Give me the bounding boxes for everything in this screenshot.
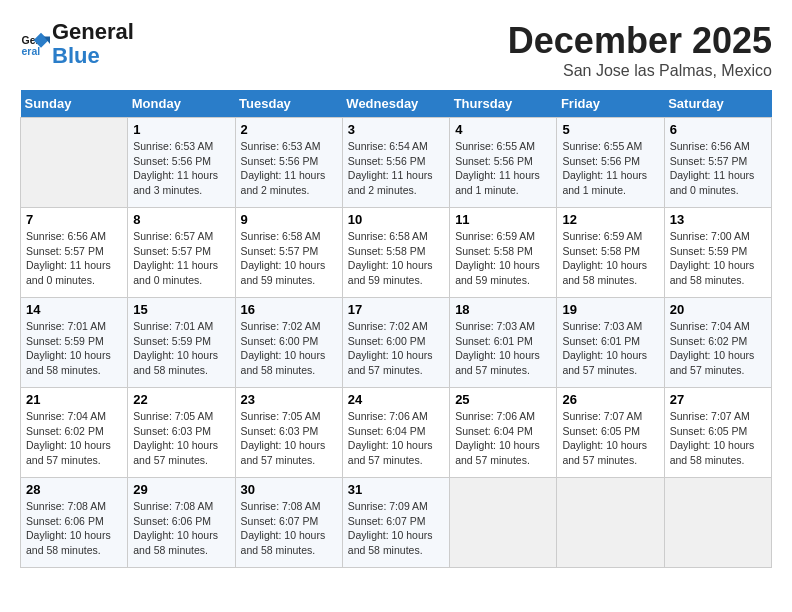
day-cell: 28Sunrise: 7:08 AM Sunset: 6:06 PM Dayli… [21,478,128,568]
day-info: Sunrise: 7:02 AM Sunset: 6:00 PM Dayligh… [348,319,444,378]
day-info: Sunrise: 6:53 AM Sunset: 5:56 PM Dayligh… [133,139,229,198]
weekday-sunday: Sunday [21,90,128,118]
day-number: 26 [562,392,658,407]
day-info: Sunrise: 7:06 AM Sunset: 6:04 PM Dayligh… [348,409,444,468]
day-info: Sunrise: 6:58 AM Sunset: 5:58 PM Dayligh… [348,229,444,288]
day-info: Sunrise: 7:07 AM Sunset: 6:05 PM Dayligh… [562,409,658,468]
day-info: Sunrise: 7:04 AM Sunset: 6:02 PM Dayligh… [670,319,766,378]
day-info: Sunrise: 7:00 AM Sunset: 5:59 PM Dayligh… [670,229,766,288]
day-cell: 3Sunrise: 6:54 AM Sunset: 5:56 PM Daylig… [342,118,449,208]
day-number: 16 [241,302,337,317]
day-cell: 31Sunrise: 7:09 AM Sunset: 6:07 PM Dayli… [342,478,449,568]
day-info: Sunrise: 7:08 AM Sunset: 6:06 PM Dayligh… [26,499,122,558]
weekday-thursday: Thursday [450,90,557,118]
day-cell: 10Sunrise: 6:58 AM Sunset: 5:58 PM Dayli… [342,208,449,298]
day-number: 27 [670,392,766,407]
day-number: 23 [241,392,337,407]
month-title: December 2025 [508,20,772,62]
day-cell: 19Sunrise: 7:03 AM Sunset: 6:01 PM Dayli… [557,298,664,388]
weekday-saturday: Saturday [664,90,771,118]
day-cell: 6Sunrise: 6:56 AM Sunset: 5:57 PM Daylig… [664,118,771,208]
day-number: 25 [455,392,551,407]
day-number: 4 [455,122,551,137]
day-cell: 16Sunrise: 7:02 AM Sunset: 6:00 PM Dayli… [235,298,342,388]
day-number: 18 [455,302,551,317]
weekday-friday: Friday [557,90,664,118]
weekday-monday: Monday [128,90,235,118]
day-cell: 30Sunrise: 7:08 AM Sunset: 6:07 PM Dayli… [235,478,342,568]
day-number: 8 [133,212,229,227]
day-number: 10 [348,212,444,227]
weekday-wednesday: Wednesday [342,90,449,118]
day-cell: 27Sunrise: 7:07 AM Sunset: 6:05 PM Dayli… [664,388,771,478]
day-cell: 17Sunrise: 7:02 AM Sunset: 6:00 PM Dayli… [342,298,449,388]
day-info: Sunrise: 6:55 AM Sunset: 5:56 PM Dayligh… [455,139,551,198]
day-info: Sunrise: 7:05 AM Sunset: 6:03 PM Dayligh… [133,409,229,468]
weekday-header-row: SundayMondayTuesdayWednesdayThursdayFrid… [21,90,772,118]
day-info: Sunrise: 7:02 AM Sunset: 6:00 PM Dayligh… [241,319,337,378]
day-info: Sunrise: 6:55 AM Sunset: 5:56 PM Dayligh… [562,139,658,198]
day-info: Sunrise: 7:03 AM Sunset: 6:01 PM Dayligh… [562,319,658,378]
day-cell [557,478,664,568]
day-cell: 25Sunrise: 7:06 AM Sunset: 6:04 PM Dayli… [450,388,557,478]
day-number: 30 [241,482,337,497]
day-cell: 18Sunrise: 7:03 AM Sunset: 6:01 PM Dayli… [450,298,557,388]
page-header: Gen eral General Blue December 2025 San … [20,20,772,80]
day-info: Sunrise: 6:58 AM Sunset: 5:57 PM Dayligh… [241,229,337,288]
day-number: 6 [670,122,766,137]
day-number: 28 [26,482,122,497]
day-info: Sunrise: 6:56 AM Sunset: 5:57 PM Dayligh… [670,139,766,198]
day-info: Sunrise: 7:09 AM Sunset: 6:07 PM Dayligh… [348,499,444,558]
day-number: 15 [133,302,229,317]
day-number: 20 [670,302,766,317]
calendar-table: SundayMondayTuesdayWednesdayThursdayFrid… [20,90,772,568]
day-number: 17 [348,302,444,317]
logo: Gen eral General Blue [20,20,134,68]
day-number: 29 [133,482,229,497]
day-info: Sunrise: 6:53 AM Sunset: 5:56 PM Dayligh… [241,139,337,198]
day-cell: 21Sunrise: 7:04 AM Sunset: 6:02 PM Dayli… [21,388,128,478]
day-info: Sunrise: 7:08 AM Sunset: 6:07 PM Dayligh… [241,499,337,558]
week-row-5: 28Sunrise: 7:08 AM Sunset: 6:06 PM Dayli… [21,478,772,568]
title-block: December 2025 San Jose las Palmas, Mexic… [508,20,772,80]
day-cell: 14Sunrise: 7:01 AM Sunset: 5:59 PM Dayli… [21,298,128,388]
day-number: 21 [26,392,122,407]
day-number: 7 [26,212,122,227]
day-cell [21,118,128,208]
day-number: 24 [348,392,444,407]
day-info: Sunrise: 7:04 AM Sunset: 6:02 PM Dayligh… [26,409,122,468]
week-row-2: 7Sunrise: 6:56 AM Sunset: 5:57 PM Daylig… [21,208,772,298]
day-info: Sunrise: 6:56 AM Sunset: 5:57 PM Dayligh… [26,229,122,288]
day-cell: 24Sunrise: 7:06 AM Sunset: 6:04 PM Dayli… [342,388,449,478]
day-cell: 20Sunrise: 7:04 AM Sunset: 6:02 PM Dayli… [664,298,771,388]
day-number: 19 [562,302,658,317]
day-number: 5 [562,122,658,137]
day-cell: 7Sunrise: 6:56 AM Sunset: 5:57 PM Daylig… [21,208,128,298]
day-cell: 5Sunrise: 6:55 AM Sunset: 5:56 PM Daylig… [557,118,664,208]
day-info: Sunrise: 7:06 AM Sunset: 6:04 PM Dayligh… [455,409,551,468]
week-row-4: 21Sunrise: 7:04 AM Sunset: 6:02 PM Dayli… [21,388,772,478]
day-info: Sunrise: 6:59 AM Sunset: 5:58 PM Dayligh… [455,229,551,288]
logo-icon: Gen eral [20,29,50,59]
day-info: Sunrise: 7:08 AM Sunset: 6:06 PM Dayligh… [133,499,229,558]
day-number: 22 [133,392,229,407]
day-cell: 9Sunrise: 6:58 AM Sunset: 5:57 PM Daylig… [235,208,342,298]
svg-text:eral: eral [22,45,41,57]
day-info: Sunrise: 7:03 AM Sunset: 6:01 PM Dayligh… [455,319,551,378]
day-number: 1 [133,122,229,137]
week-row-3: 14Sunrise: 7:01 AM Sunset: 5:59 PM Dayli… [21,298,772,388]
day-number: 13 [670,212,766,227]
day-info: Sunrise: 7:01 AM Sunset: 5:59 PM Dayligh… [133,319,229,378]
day-info: Sunrise: 7:01 AM Sunset: 5:59 PM Dayligh… [26,319,122,378]
logo-line1: General [52,20,134,44]
day-cell: 1Sunrise: 6:53 AM Sunset: 5:56 PM Daylig… [128,118,235,208]
day-cell: 23Sunrise: 7:05 AM Sunset: 6:03 PM Dayli… [235,388,342,478]
day-cell [450,478,557,568]
day-info: Sunrise: 6:54 AM Sunset: 5:56 PM Dayligh… [348,139,444,198]
day-number: 3 [348,122,444,137]
day-cell: 22Sunrise: 7:05 AM Sunset: 6:03 PM Dayli… [128,388,235,478]
day-cell: 12Sunrise: 6:59 AM Sunset: 5:58 PM Dayli… [557,208,664,298]
day-number: 11 [455,212,551,227]
logo-line2: Blue [52,44,134,68]
day-number: 14 [26,302,122,317]
